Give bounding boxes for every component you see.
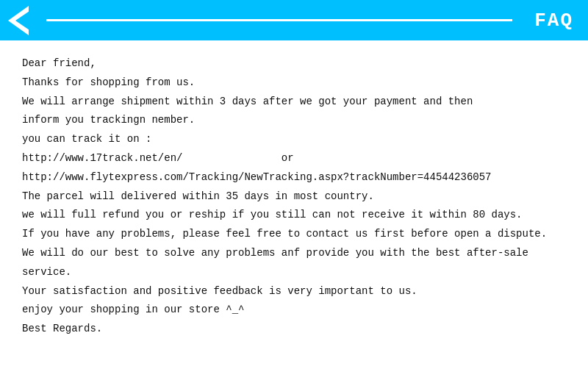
- content-line: Thanks for shopping from us.: [22, 74, 566, 92]
- content-line: Your satisfaction and positive feedback …: [22, 283, 566, 301]
- content-line: http://www.17track.net/en/ or: [22, 150, 566, 168]
- content-line: If you have any problems, please feel fr…: [22, 226, 566, 243]
- content-line: http://www.flytexpress.com/Tracking/NewT…: [22, 169, 566, 187]
- header-left: [0, 0, 527, 40]
- content-line: Best Regards.: [22, 320, 566, 338]
- content-line: inform you trackingn nember.: [22, 112, 566, 129]
- content-line: Dear friend,: [22, 55, 566, 73]
- back-arrow-icon[interactable]: [0, 0, 40, 40]
- content-line: We will do our best to solve any problem…: [22, 245, 566, 262]
- content-line: The parcel will delivered within 35 days…: [22, 188, 566, 206]
- page-title: FAQ: [527, 0, 588, 40]
- faq-content: Dear friend,Thanks for shopping from us.…: [0, 40, 588, 354]
- content-line: We will arrange shipment within 3 days a…: [22, 93, 566, 111]
- content-line: enjoy your shopping in our store ^_^: [22, 301, 566, 319]
- content-line: service.: [22, 264, 566, 282]
- page-header: FAQ: [0, 0, 588, 40]
- header-divider-line: [46, 19, 512, 21]
- content-line: we will full refund you or reship if you…: [22, 207, 566, 224]
- content-line: you can track it on :: [22, 131, 566, 148]
